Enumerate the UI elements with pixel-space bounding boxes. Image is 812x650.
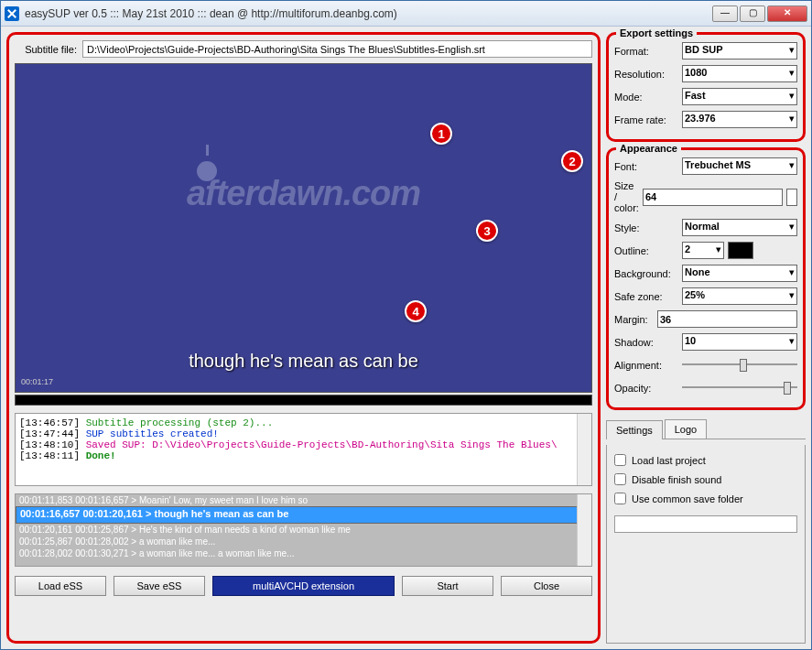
font-select[interactable]: Trebuchet MS: [682, 157, 797, 175]
size-label: Size / color:: [614, 180, 639, 213]
resolution-select[interactable]: 1080: [682, 65, 797, 82]
subtitle-file-label: Subtitle file:: [15, 44, 77, 55]
window-title: easySUP ver 0.5 ::: May 21st 2010 ::: de…: [25, 7, 710, 20]
subtitle-row[interactable]: 00:01:11,853 00:01:16,657 > Moanin' Low,…: [16, 494, 591, 506]
main-panel: Subtitle file: afterdawn.com though he's…: [6, 32, 601, 644]
font-label: Font:: [614, 161, 678, 172]
subtitle-row[interactable]: 00:01:20,161 00:01:25,867 > He's the kin…: [16, 524, 591, 536]
app-window: easySUP ver 0.5 ::: May 21st 2010 ::: de…: [0, 0, 812, 650]
background-select[interactable]: None: [682, 265, 797, 282]
disable-sound-checkbox[interactable]: [614, 473, 626, 485]
safezone-select[interactable]: 25%: [682, 287, 797, 305]
outline-select[interactable]: 2: [682, 242, 724, 259]
marker-4: 4: [405, 300, 427, 322]
subtitle-file-input[interactable]: [82, 40, 592, 58]
watermark-text: afterdawn.com: [16, 174, 591, 213]
load-last-checkbox[interactable]: [614, 454, 626, 466]
subtitle-list-scrollbar[interactable]: [577, 494, 591, 566]
preview-subtitle: though he's mean as can be: [16, 351, 591, 372]
log-scrollbar[interactable]: [577, 414, 591, 485]
format-label: Format:: [614, 46, 678, 57]
format-select[interactable]: BD SUP: [682, 42, 797, 60]
export-legend: Export settings: [616, 27, 697, 38]
log-panel: [13:46:57] Subtitle processing (step 2).…: [15, 413, 592, 486]
alignment-slider[interactable]: [682, 356, 797, 374]
playback-scrubber[interactable]: [15, 395, 592, 406]
maximize-button[interactable]: ▢: [740, 5, 765, 22]
safezone-label: Safe zone:: [614, 291, 678, 302]
multiavchd-button[interactable]: multiAVCHD extension: [212, 576, 395, 596]
outline-label: Outline:: [614, 245, 678, 256]
titlebar: easySUP ver 0.5 ::: May 21st 2010 ::: de…: [1, 1, 811, 27]
close-app-button[interactable]: Close: [501, 576, 592, 596]
font-color-picker[interactable]: [786, 189, 797, 206]
outline-color-picker[interactable]: [728, 242, 753, 259]
tab-logo[interactable]: Logo: [665, 419, 707, 439]
opacity-label: Opacity:: [614, 383, 678, 394]
marker-3: 3: [476, 220, 498, 242]
shadow-select[interactable]: 10: [682, 333, 797, 351]
mode-select[interactable]: Fast: [682, 88, 797, 105]
common-folder-label: Use common save folder: [632, 493, 743, 504]
margin-input[interactable]: [657, 310, 797, 328]
preview-area: afterdawn.com though he's mean as can be…: [15, 63, 592, 393]
load-last-label: Load last project: [632, 455, 706, 466]
margin-label: Margin:: [614, 314, 654, 325]
settings-tabs: Settings Logo: [606, 419, 806, 439]
subtitle-list[interactable]: 00:01:11,853 00:01:16,657 > Moanin' Low,…: [15, 493, 592, 567]
disable-sound-label: Disable finish sound: [632, 474, 721, 485]
subtitle-row[interactable]: 00:01:16,657 00:01:20,161 > though he's …: [16, 506, 591, 524]
alignment-label: Alignment:: [614, 360, 678, 371]
subtitle-row[interactable]: 00:01:28,002 00:01:30,271 > a woman like…: [16, 547, 591, 559]
close-button[interactable]: ✕: [767, 5, 807, 22]
background-label: Background:: [614, 268, 678, 279]
subtitle-row[interactable]: 00:01:25,867 00:01:28,002 > a woman like…: [16, 536, 591, 547]
appearance-group: Appearance Font:Trebuchet MS Size / colo…: [606, 147, 806, 410]
right-panel: Export settings Format:BD SUP Resolution…: [606, 32, 806, 644]
save-ess-button[interactable]: Save eSS: [114, 576, 205, 596]
resolution-label: Resolution:: [614, 69, 678, 80]
shadow-label: Shadow:: [614, 337, 678, 348]
export-settings-group: Export settings Format:BD SUP Resolution…: [606, 32, 806, 142]
opacity-slider[interactable]: [682, 379, 797, 396]
framerate-select[interactable]: 23.976: [682, 111, 797, 128]
marker-1: 1: [430, 123, 452, 145]
style-select[interactable]: Normal: [682, 219, 797, 236]
preview-timecode: 00:01:17: [21, 377, 53, 386]
framerate-label: Frame rate:: [614, 114, 678, 125]
appearance-legend: Appearance: [616, 143, 681, 154]
minimize-button[interactable]: —: [712, 5, 738, 22]
settings-tab-body: Load last project Disable finish sound U…: [606, 445, 806, 644]
style-label: Style:: [614, 222, 678, 233]
common-folder-input[interactable]: [614, 515, 797, 533]
mode-label: Mode:: [614, 92, 678, 103]
tab-settings[interactable]: Settings: [606, 420, 663, 439]
load-ess-button[interactable]: Load eSS: [15, 576, 106, 596]
start-button[interactable]: Start: [402, 576, 493, 596]
common-folder-checkbox[interactable]: [614, 493, 626, 504]
marker-2: 2: [561, 150, 583, 172]
app-icon: [5, 6, 19, 21]
size-input[interactable]: [643, 189, 783, 206]
